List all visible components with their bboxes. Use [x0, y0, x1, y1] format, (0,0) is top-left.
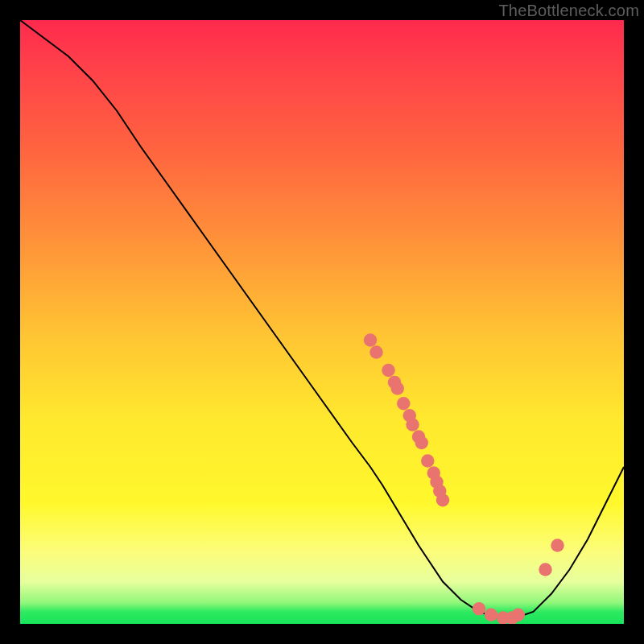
watermark-text: TheBottleneck.com [498, 2, 639, 20]
highlight-dot [512, 609, 526, 622]
highlight-dot [436, 493, 450, 507]
highlight-dot [539, 563, 552, 576]
chart-stage: TheBottleneck.com [0, 0, 644, 644]
highlight-dot [369, 345, 383, 359]
highlight-dot [551, 539, 564, 552]
highlight-dot [382, 364, 395, 378]
highlight-dot [415, 436, 429, 450]
highlight-dots-group [364, 333, 564, 624]
highlight-dot [391, 382, 405, 395]
highlight-dot [364, 333, 378, 347]
chart-svg [20, 20, 624, 624]
highlight-dot [421, 454, 435, 468]
highlight-dot [397, 397, 411, 411]
highlight-dot [473, 602, 486, 616]
plot-area [20, 20, 624, 624]
highlight-dot [485, 609, 498, 622]
highlight-dot [406, 418, 419, 431]
bottleneck-curve-line [20, 20, 624, 618]
